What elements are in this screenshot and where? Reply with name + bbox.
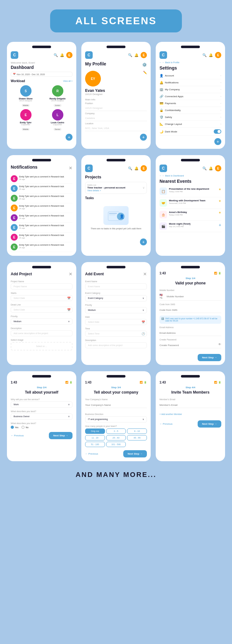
star-icon[interactable]: ★ bbox=[218, 199, 221, 203]
avatar[interactable]: E bbox=[66, 52, 72, 58]
event-priority-select[interactable]: Medium ∨ bbox=[85, 307, 147, 313]
search-icon[interactable]: 🔍 bbox=[128, 166, 132, 171]
back-link[interactable]: ← ← Back to Dashboard bbox=[160, 175, 221, 177]
image-select[interactable]: Select or ... bbox=[11, 342, 72, 350]
next-step-button[interactable]: Next Step → bbox=[198, 354, 221, 361]
settings-item-safety[interactable]: 🛡️Safety › bbox=[160, 114, 221, 121]
email-input[interactable] bbox=[160, 330, 221, 336]
edit-icon[interactable]: ✏️ bbox=[143, 71, 147, 74]
close-button[interactable]: ✕ bbox=[143, 272, 147, 277]
add-member-link[interactable]: + Add another Member bbox=[160, 413, 221, 415]
radio-no[interactable]: No bbox=[21, 426, 28, 429]
view-all-link[interactable]: View all > bbox=[63, 80, 72, 82]
password-input[interactable] bbox=[160, 343, 221, 348]
describe-select[interactable]: Business Owner ∨ bbox=[11, 413, 72, 420]
company-name-input[interactable] bbox=[85, 402, 147, 408]
usage-select[interactable]: Work ∨ bbox=[11, 401, 72, 408]
add-member-button[interactable]: + bbox=[66, 134, 72, 141]
next-step-button[interactable]: Next Step → bbox=[49, 432, 72, 439]
previous-button[interactable]: ← Previous bbox=[11, 434, 24, 437]
sms-input[interactable] bbox=[160, 307, 221, 313]
project-name: Time tracker - personal account bbox=[87, 186, 125, 189]
size-btn-11-20[interactable]: 11 - 20 bbox=[85, 435, 105, 440]
close-button[interactable]: ✕ bbox=[69, 272, 72, 277]
search-icon[interactable]: 🔍 bbox=[202, 166, 207, 171]
header: ALL SCREENS bbox=[0, 0, 232, 39]
event-description-input[interactable]: Add some description of the project bbox=[85, 342, 147, 348]
size-btn-45-55[interactable]: 45 - 55 bbox=[127, 435, 147, 440]
bell-icon[interactable]: 🔔 bbox=[134, 166, 139, 171]
event-name-input[interactable]: Event Name bbox=[85, 283, 147, 289]
search-icon[interactable]: 🔍 bbox=[54, 53, 58, 57]
size-btn-25-40[interactable]: 25 - 40 bbox=[106, 435, 126, 440]
event-date-label: Date bbox=[85, 316, 147, 318]
view-details-link[interactable]: View details > bbox=[87, 189, 145, 192]
settings-item-notifications[interactable]: 🔔Notifications › bbox=[160, 79, 221, 86]
settings-item-company[interactable]: 🏢My Company › bbox=[160, 86, 221, 93]
avatar[interactable]: E bbox=[141, 52, 147, 58]
size-btn-6-10[interactable]: 6 - 10 bbox=[127, 428, 147, 434]
radio-yes[interactable]: Yes bbox=[11, 426, 18, 429]
event-date-input[interactable]: Select Date bbox=[85, 319, 147, 325]
member-email-input[interactable] bbox=[160, 402, 221, 408]
previous-button[interactable]: ← Previous bbox=[160, 423, 172, 425]
star-icon[interactable]: ★ bbox=[218, 211, 221, 214]
direction-select[interactable]: IT and programming ∨ bbox=[85, 416, 147, 423]
mobile-input[interactable] bbox=[167, 294, 221, 299]
step-indicator: Step 3/4 bbox=[85, 386, 147, 389]
notif-time: 2h ago bbox=[19, 188, 64, 190]
avatar[interactable]: E bbox=[141, 165, 147, 171]
project-name-input[interactable]: Project Name bbox=[11, 283, 72, 289]
description-input[interactable]: Add some description of the project bbox=[11, 330, 72, 336]
size-btn-2-5[interactable]: 2 - 5 bbox=[106, 428, 126, 434]
form-group-event-time: Time Select Time 🕐 bbox=[85, 328, 147, 337]
event-time-input[interactable]: Select Time bbox=[85, 331, 147, 337]
add-button[interactable]: + bbox=[140, 134, 147, 141]
dark-mode-toggle[interactable] bbox=[214, 129, 221, 134]
add-button[interactable]: + bbox=[214, 138, 221, 145]
size-btn-only-me[interactable]: Only me bbox=[85, 428, 105, 434]
deadline-input[interactable]: Select Date bbox=[11, 307, 72, 313]
wifi-icon: 📶 bbox=[214, 381, 217, 384]
bell-icon[interactable]: 🔔 bbox=[134, 53, 139, 57]
member-avatar-2: R bbox=[52, 85, 63, 97]
bell-icon[interactable]: 🔔 bbox=[209, 166, 213, 171]
settings-item-layout[interactable]: 📐Change Layout › bbox=[160, 121, 221, 128]
bell-icon[interactable]: 🔔 bbox=[60, 53, 64, 57]
event-info: Meeting with Development Team Tomorrow |… bbox=[169, 199, 217, 204]
settings-item-account[interactable]: 👤Account › bbox=[160, 72, 221, 79]
member-badge-4: Senior bbox=[54, 128, 61, 131]
country-code: 🇺🇸 +1 bbox=[160, 294, 165, 299]
event-category-select[interactable]: Event Category ∨ bbox=[85, 295, 147, 301]
bell-icon[interactable]: 🔔 bbox=[209, 53, 213, 57]
priority-select[interactable]: Medium ∨ bbox=[11, 318, 72, 325]
avatar[interactable]: E bbox=[215, 52, 221, 58]
notch bbox=[107, 266, 125, 268]
size-btn-101-500[interactable]: 101 - 500 bbox=[106, 442, 126, 447]
form-group-event-priority: Priority Medium ∨ bbox=[85, 304, 147, 313]
settings-item-apps[interactable]: 🔗Connected Apps › bbox=[160, 93, 221, 100]
next-step-button[interactable]: Next Step → bbox=[123, 450, 147, 457]
settings-item-privacy[interactable]: 🔒Confidentiality › bbox=[160, 107, 221, 114]
back-link[interactable]: ← ← Back to Profile bbox=[160, 61, 221, 64]
starts-input[interactable]: Select Date bbox=[11, 295, 72, 301]
add-icon[interactable]: + bbox=[219, 222, 221, 227]
settings-item-payments[interactable]: 💳Payments › bbox=[160, 100, 221, 107]
member-role-4: Copywriter bbox=[43, 124, 72, 126]
gear-icon[interactable]: ⚙️ bbox=[142, 63, 147, 67]
previous-button[interactable]: ← Previous bbox=[85, 452, 98, 455]
step-title: Tell about yourself bbox=[11, 390, 72, 395]
eye-icon[interactable]: 👁 bbox=[218, 343, 221, 346]
add-task-button[interactable]: + bbox=[140, 238, 147, 245]
battery-icon: 🔋 bbox=[218, 272, 221, 275]
next-step-button[interactable]: Next Step → bbox=[198, 420, 221, 428]
search-icon[interactable]: 🔍 bbox=[128, 53, 132, 57]
screens-row-4: 1:43 📶 🔋 Step 2/4 Tell about yourself Wh… bbox=[0, 368, 232, 464]
chevron-right-icon: › bbox=[220, 102, 221, 105]
avatar[interactable]: E bbox=[215, 165, 221, 171]
close-button[interactable]: ✕ bbox=[69, 165, 72, 171]
size-btn-51-100[interactable]: 51 - 100 bbox=[85, 442, 105, 447]
star-icon[interactable]: ★ bbox=[218, 188, 221, 191]
search-icon[interactable]: 🔍 bbox=[202, 53, 207, 57]
settings-item-darkmode[interactable]: 🌙Dark Mode bbox=[160, 128, 221, 136]
